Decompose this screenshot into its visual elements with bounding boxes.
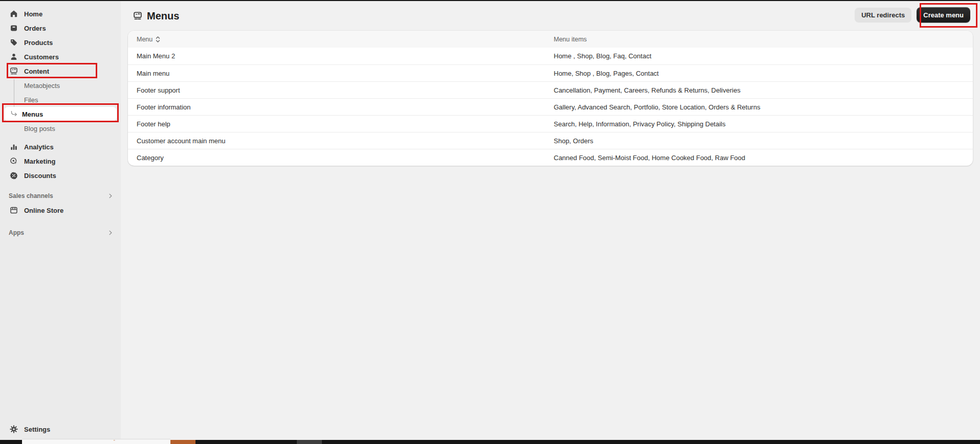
sidebar-item-label: Marketing: [24, 158, 55, 165]
sidebar-item-label: Metaobjects: [24, 82, 60, 90]
sidebar-item-products[interactable]: Products: [0, 35, 121, 50]
sidebar-item-label: Menus: [22, 110, 43, 118]
sidebar-item-analytics[interactable]: Analytics: [0, 140, 121, 154]
menu-name-cell[interactable]: Footer help: [128, 120, 554, 128]
menus-table: Menu Menu items Main Menu 2 Home , Shop,…: [128, 31, 973, 166]
sidebar-item-label: Files: [24, 96, 38, 104]
menu-items-cell: Cancellation, Payment, Careers, Refunds …: [554, 86, 973, 94]
table-row[interactable]: Main menu Home, Shop , Blog, Pages, Cont…: [128, 64, 973, 81]
sidebar-item-marketing[interactable]: Marketing: [0, 154, 121, 168]
menu-name-cell[interactable]: Main menu: [128, 70, 554, 77]
menu-items-cell: Home, Shop , Blog, Pages, Contact: [554, 70, 973, 77]
column-header-menu[interactable]: Menu: [128, 36, 554, 43]
sidebar-item-blog-posts[interactable]: Blog posts: [0, 121, 121, 136]
table-row[interactable]: Footer information Gallery, Advanced Sea…: [128, 98, 973, 115]
sidebar-section-apps[interactable]: Apps: [0, 226, 121, 240]
sidebar-item-label: Content: [24, 68, 49, 75]
taskbar-segment-light: [22, 439, 170, 444]
section-label: Sales channels: [9, 192, 53, 199]
table-row[interactable]: Category Canned Food, Semi-Moist Food, H…: [128, 149, 973, 166]
column-header-label: Menu items: [554, 36, 587, 43]
marketing-icon: [10, 157, 18, 165]
sidebar-item-label: Orders: [24, 25, 46, 32]
taskbar-segment-orange: [170, 440, 195, 444]
menu-name-cell[interactable]: Main Menu 2: [128, 52, 554, 60]
header-actions: URL redirects Create menu: [855, 7, 970, 23]
sidebar-item-metaobjects[interactable]: Metaobjects: [0, 78, 121, 93]
table-row[interactable]: Footer help Search, Help, Information, P…: [128, 115, 973, 132]
chevron-right-icon: [107, 193, 114, 199]
column-header-menu-items: Menu items: [554, 36, 973, 43]
menu-name-cell[interactable]: Category: [128, 154, 554, 162]
table-row[interactable]: Customer account main menu Shop, Orders: [128, 132, 973, 149]
menu-items-cell: Search, Help, Information, Privacy Polic…: [554, 120, 973, 128]
sidebar-item-menus[interactable]: Menus: [4, 107, 117, 121]
menu-items-cell: Shop, Orders: [554, 137, 973, 145]
taskbar-strip: ": [0, 440, 980, 444]
sort-icon: [155, 36, 161, 43]
window-top-edge: [0, 0, 980, 1]
sidebar-item-home[interactable]: Home: [0, 7, 121, 21]
sidebar-item-orders[interactable]: Orders: [0, 21, 121, 35]
table-row[interactable]: Footer support Cancellation, Payment, Ca…: [128, 81, 973, 98]
tree-arrow-icon: [11, 111, 18, 118]
discounts-icon: [10, 171, 18, 180]
taskbar-orange-mark: ": [114, 440, 118, 442]
taskbar-segment-gray: [297, 440, 322, 444]
page-title: Menus: [133, 9, 179, 23]
sidebar-item-content[interactable]: Content: [0, 64, 121, 78]
menu-items-cell: Gallery, Advanced Search, Portfolio, Sto…: [554, 103, 973, 111]
online-store-icon: [10, 206, 18, 214]
orders-icon: [10, 24, 18, 32]
column-header-label: Menu: [137, 36, 153, 43]
sidebar-item-label: Discounts: [24, 172, 56, 180]
home-icon: [10, 10, 18, 18]
sidebar-section-sales-channels[interactable]: Sales channels: [0, 189, 121, 203]
content-icon: [133, 11, 142, 20]
table-row[interactable]: Main Menu 2 Home , Shop, Blog, Faq, Cont…: [128, 48, 973, 64]
menu-name-cell[interactable]: Customer account main menu: [128, 137, 554, 145]
analytics-icon: [10, 143, 18, 151]
url-redirects-button[interactable]: URL redirects: [855, 8, 911, 22]
menu-items-cell: Home , Shop, Blog, Faq, Contact: [554, 52, 973, 60]
page-title-text: Menus: [147, 10, 179, 22]
products-icon: [10, 38, 18, 47]
customers-icon: [10, 53, 18, 61]
menu-name-cell[interactable]: Footer information: [128, 103, 554, 111]
chevron-right-icon: [107, 230, 114, 236]
menu-name-cell[interactable]: Footer support: [128, 86, 554, 94]
sidebar-item-settings[interactable]: Settings: [0, 422, 121, 436]
sidebar-item-label: Products: [24, 39, 53, 47]
section-label: Apps: [9, 229, 24, 236]
sidebar-item-label: Analytics: [24, 143, 54, 151]
content-icon: [10, 67, 18, 75]
sidebar-item-files[interactable]: Files: [0, 93, 121, 107]
table-header-row: Menu Menu items: [128, 31, 973, 48]
sidebar-item-label: Settings: [24, 426, 50, 433]
create-menu-button[interactable]: Create menu: [917, 7, 970, 23]
sidebar-item-label: Blog posts: [24, 125, 55, 132]
sidebar-item-online-store[interactable]: Online Store: [0, 203, 121, 217]
gear-icon: [10, 425, 18, 433]
sidebar-item-label: Customers: [24, 53, 59, 61]
sidebar-item-discounts[interactable]: Discounts: [0, 168, 121, 183]
sidebar-item-label: Online Store: [24, 207, 63, 214]
sidebar: Home Orders Products Customers Content: [0, 1, 121, 440]
sidebar-item-label: Home: [24, 10, 42, 18]
menu-items-cell: Canned Food, Semi-Moist Food, Home Cooke…: [554, 154, 973, 162]
sidebar-item-customers[interactable]: Customers: [0, 50, 121, 64]
